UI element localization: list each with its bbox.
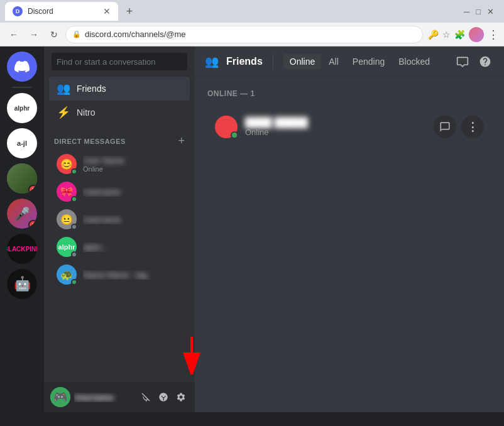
server-badge-minecraft: 2 (28, 185, 37, 194)
tab-all[interactable]: All (322, 54, 345, 69)
friend-avatar-1 (215, 116, 238, 138)
maximize-button[interactable]: □ (476, 7, 481, 16)
friend-info-1: ████ █████ Online (245, 117, 434, 137)
dm-user-item-5[interactable]: 🐢 Name Name · tag (49, 261, 190, 288)
dm-avatar-3: 😐 (57, 209, 77, 229)
key-icon: 🔑 (428, 30, 439, 40)
close-button[interactable]: ✕ (487, 7, 494, 16)
dm-user-item-3[interactable]: 😐 Username (49, 205, 190, 233)
settings-button[interactable] (173, 390, 189, 405)
footer-username: Username (74, 393, 134, 402)
add-dm-button[interactable]: + (178, 134, 185, 148)
sidebar-item-nitro[interactable]: ⚡ Nitro (49, 101, 190, 124)
footer-controls (138, 390, 189, 405)
server-icon-a-jl[interactable]: a-jl (7, 128, 37, 158)
url-text: discord.com/channels/@me (85, 30, 416, 39)
tab-pending[interactable]: Pending (346, 54, 391, 69)
server-icon-robot[interactable]: 🤖 (7, 269, 37, 299)
footer-avatar: 🎮 (50, 387, 70, 407)
dm-user-info-5: Name Name · tag (83, 270, 182, 280)
conversation-search[interactable]: Find or start a conversation (52, 53, 187, 70)
friend-row-1[interactable]: ████ █████ Online ⋮ (207, 108, 491, 146)
friends-nav-icon: 👥 (57, 82, 70, 96)
dm-section-header: DIRECT MESSAGES + (44, 124, 195, 150)
header-actions (454, 53, 494, 70)
menu-button[interactable]: ⋮ (488, 28, 499, 41)
dm-avatar-4: alphr (57, 237, 77, 257)
address-bar[interactable]: 🔒 discord.com/channels/@me (65, 26, 423, 43)
friends-header: 👥 Friends Online All Pending Blocked (195, 46, 504, 77)
dm-username-1: User Name (83, 156, 182, 165)
dm-user-item-4[interactable]: alphr alphr... (49, 233, 190, 261)
tab-online[interactable]: Online (283, 54, 321, 69)
mute-button[interactable] (138, 390, 153, 405)
server-badge-singing: 1 (28, 220, 37, 229)
tab-favicon: D (13, 6, 23, 16)
friends-content: ONLINE — 1 ████ █████ Online (195, 77, 504, 412)
server-icon-blackpink[interactable]: BLACKPINK (7, 234, 37, 264)
dm-avatar-2: 🎀 (57, 182, 77, 202)
star-icon[interactable]: ☆ (442, 30, 451, 40)
discord-home-button[interactable] (7, 52, 37, 82)
friend-name-1: ████ █████ (245, 117, 434, 128)
minimize-button[interactable]: ─ (464, 7, 469, 16)
back-button[interactable]: ← (5, 26, 23, 43)
browser-chrome: D Discord ✕ + ─ □ ✕ ← → ↻ 🔒 discord.com/… (0, 0, 504, 46)
tab-bar: D Discord ✕ + ─ □ ✕ (0, 0, 504, 23)
friend-status-dot-1 (231, 131, 238, 139)
server-sidebar: alphr a-jl 2 🎤 1 BLACKPINK 🤖 (0, 46, 44, 412)
dm-username-3: Username (83, 215, 182, 224)
inbox-button[interactable] (454, 53, 471, 70)
dm-avatar-1: 😊 (57, 154, 77, 174)
extensions-icon[interactable]: 🧩 (454, 30, 465, 40)
server-icon-alphr[interactable]: alphr (7, 93, 37, 123)
header-divider (273, 54, 273, 69)
new-tab-button[interactable]: + (121, 3, 138, 20)
more-options-button[interactable]: ⋮ (461, 116, 484, 138)
browser-controls: ← → ↻ 🔒 discord.com/channels/@me 🔑 ☆ 🧩 ⋮ (0, 23, 504, 46)
dm-user-item-2[interactable]: 🎀 Username (49, 178, 190, 205)
browser-action-icons: 🔑 ☆ 🧩 ⋮ (428, 27, 499, 42)
friends-nav-tabs: Online All Pending Blocked (283, 54, 436, 69)
tab-close-button[interactable]: ✕ (103, 6, 111, 16)
refresh-button[interactable]: ↻ (45, 26, 63, 43)
sidebar-item-friends[interactable]: 👥 Friends (49, 77, 190, 101)
status-dot-3 (71, 224, 77, 230)
forward-button[interactable]: → (25, 26, 43, 43)
dm-section-title: DIRECT MESSAGES (54, 138, 126, 145)
search-placeholder-text: Find or start a conversation (57, 57, 156, 67)
dm-sidebar: Find or start a conversation 👥 Friends ⚡… (44, 46, 195, 412)
status-dot-2 (71, 196, 77, 202)
status-dot-4 (71, 251, 77, 258)
friend-status-1: Online (245, 128, 434, 137)
status-dot-5 (71, 279, 77, 285)
dm-username-5: Name Name · tag (83, 270, 182, 280)
dm-user-info-1: User Name Online (83, 156, 182, 173)
help-button[interactable] (476, 53, 494, 70)
footer-user-info: Username (74, 393, 134, 402)
tab-blocked[interactable]: Blocked (392, 54, 436, 69)
server-icon-minecraft[interactable]: 2 (7, 163, 37, 194)
server-icon-singing[interactable]: 🎤 1 (7, 199, 37, 229)
nitro-nav-icon: ⚡ (57, 106, 70, 119)
online-count-header: ONLINE — 1 (207, 89, 491, 98)
dm-footer: 🎮 Username (44, 382, 195, 412)
dm-user-info-4: alphr... (83, 243, 182, 252)
friend-actions-1: ⋮ (434, 116, 484, 138)
dm-user-info-2: Username (83, 187, 182, 197)
dm-username-2: Username (83, 187, 182, 197)
friends-nav-label: Friends (77, 84, 106, 94)
nitro-nav-label: Nitro (77, 107, 96, 117)
message-friend-button[interactable] (434, 116, 456, 138)
dm-avatar-5: 🐢 (57, 265, 77, 285)
friends-page-title: Friends (226, 56, 263, 67)
dm-user-info-3: Username (83, 215, 182, 224)
dm-user-item-1[interactable]: 😊 User Name Online (49, 150, 190, 178)
friends-header-icon: 👥 (205, 55, 219, 68)
status-dot-1 (71, 168, 77, 175)
dm-status-1: Online (83, 165, 182, 173)
dm-username-4: alphr... (83, 243, 182, 252)
profile-avatar[interactable] (469, 27, 484, 42)
deafen-button[interactable] (156, 390, 171, 405)
active-tab[interactable]: D Discord ✕ (5, 2, 118, 21)
